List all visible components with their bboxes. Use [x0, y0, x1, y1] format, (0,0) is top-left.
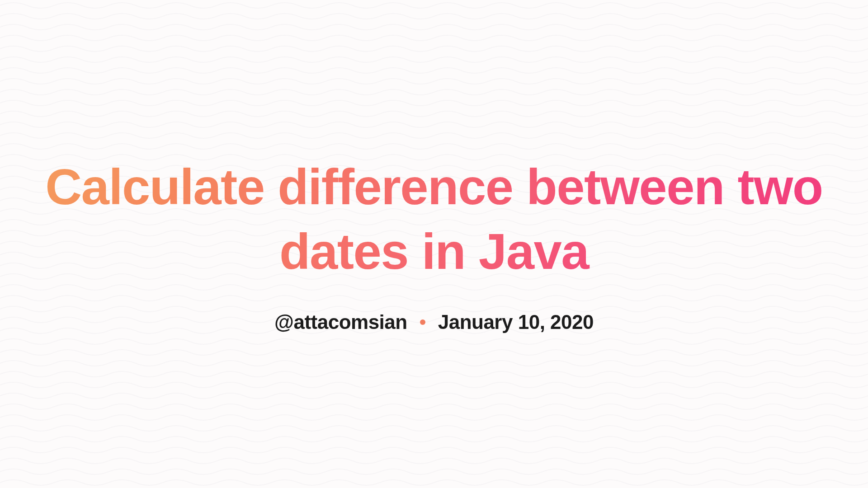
article-title: Calculate difference between two dates i…	[0, 155, 868, 284]
bullet-separator-icon	[420, 319, 425, 325]
author-handle: @attacomsian	[274, 311, 407, 333]
publish-date: January 10, 2020	[438, 311, 594, 333]
article-meta: @attacomsian January 10, 2020	[274, 311, 594, 333]
article-card: Calculate difference between two dates i…	[0, 155, 868, 334]
